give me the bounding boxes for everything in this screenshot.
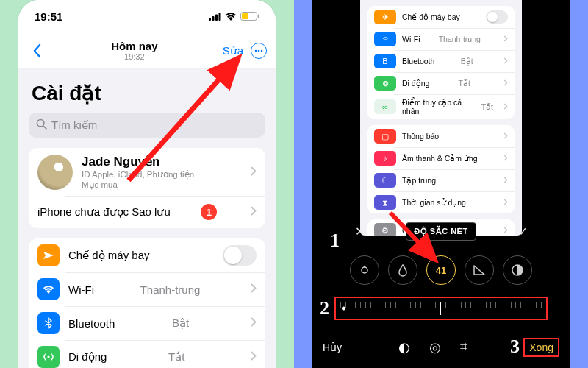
circle-half-icon[interactable] (503, 255, 532, 285)
done-highlight: Xong (523, 338, 559, 357)
toggle-icon (486, 10, 508, 24)
chevron-right-icon (251, 350, 257, 364)
airplane-icon (37, 244, 60, 266)
chevron-right-icon (251, 166, 257, 179)
cellular-row[interactable]: Di động Tắt (29, 340, 265, 368)
status-time: 19:51 (35, 10, 62, 23)
page-title: Cài đặt (29, 77, 265, 113)
profile-group: Jade Nguyễn ID Apple, iCloud, Phương tiệ… (29, 148, 265, 228)
bluetooth-icon: B (374, 54, 396, 68)
chevron-right-icon (503, 132, 508, 141)
right-panel: ✈ Chế độ máy bay ⌔ Wi-Fi Thanh-trung B B… (294, 0, 588, 368)
annotation-step-3: 3 (510, 336, 520, 358)
editor-bottom-bar: Hủy ◐ ◎ ⌗ Xong (312, 333, 570, 362)
svg-rect-1 (212, 16, 215, 21)
profile-name: Jade Nguyễn (82, 154, 194, 169)
airplane-toggle[interactable] (223, 245, 257, 266)
crop-tab-icon[interactable]: ⌗ (460, 339, 467, 355)
p-wifi-row: ⌔ Wi-Fi Thanh-trung (368, 28, 514, 50)
droplet-icon[interactable] (388, 255, 417, 285)
p-hotspot-row: ∞ Điểm truy cập cá nhân Tắt (368, 94, 514, 119)
phone-screenshot-editor: ✈ Chế độ máy bay ⌔ Wi-Fi Thanh-trung B B… (312, 0, 570, 368)
chevron-right-icon (251, 283, 257, 296)
sharpness-value-button[interactable]: 41 (426, 255, 456, 285)
wifi-icon (225, 10, 237, 23)
more-button[interactable] (251, 43, 267, 59)
cellular-label: Di động (68, 350, 107, 364)
p-focus-row: ☾ Tập trung (368, 169, 514, 191)
done-button[interactable]: Xong (529, 342, 553, 353)
exposure-dot-icon[interactable] (350, 255, 379, 285)
cancel-button[interactable]: Hủy (323, 342, 342, 353)
back-button[interactable] (27, 43, 46, 58)
status-bar: 19:51 (18, 0, 276, 32)
svg-rect-5 (242, 13, 248, 19)
cellular-icon: ⊚ (374, 76, 396, 91)
airplane-icon: ✈ (374, 10, 396, 24)
triangle-icon[interactable] (465, 255, 494, 285)
hourglass-icon: ⧗ (374, 195, 396, 210)
svg-point-16 (362, 267, 368, 273)
wifi-icon: ⌔ (374, 32, 396, 46)
badge-count: 1 (201, 204, 217, 220)
svg-point-7 (255, 49, 257, 52)
adjust-controls: 41 (312, 250, 570, 290)
confirm-preview-button[interactable]: ✓ (512, 224, 533, 238)
avatar (37, 155, 73, 190)
chevron-right-icon (503, 35, 508, 43)
wifi-row[interactable]: Wi-Fi Thanh-trung (29, 272, 265, 306)
nav-bar: Hôm nay 19:32 Sửa (18, 32, 276, 69)
p-cellular-row: ⊚ Di động Tắt (368, 72, 514, 94)
annotation-step-2: 2 (320, 297, 329, 319)
p-airplane-row: ✈ Chế độ máy bay (368, 6, 514, 28)
nav-subtitle: 19:32 (46, 52, 223, 62)
bluetooth-row[interactable]: Bluetooth Bật (29, 306, 265, 340)
search-placeholder: Tìm kiếm (51, 118, 97, 132)
bluetooth-icon (37, 312, 60, 334)
edit-preview: ✈ Chế độ máy bay ⌔ Wi-Fi Thanh-trung B B… (360, 0, 522, 236)
svg-point-17 (364, 266, 365, 267)
chevron-right-icon (503, 102, 508, 111)
adjust-slider-highlight (334, 297, 548, 320)
close-preview-button[interactable]: ✕ (349, 224, 370, 238)
p-sounds-row: ♪ Âm thanh & Cảm ứng (368, 147, 514, 169)
battery-icon (240, 10, 259, 23)
search-input[interactable]: Tìm kiếm (29, 113, 265, 138)
search-icon (36, 118, 47, 132)
svg-line-11 (43, 126, 46, 129)
wifi-value: Thanh-trung (140, 283, 201, 296)
apple-id-row[interactable]: Jade Nguyễn ID Apple, iCloud, Phương tiệ… (29, 148, 265, 196)
speaker-icon: ♪ (374, 151, 396, 166)
preview-toolbar: ✕ ĐỘ SẮC NÉT ✓ (349, 221, 533, 241)
chevron-right-icon (503, 154, 508, 163)
svg-rect-3 (219, 13, 221, 21)
filters-tab-icon[interactable]: ◎ (429, 339, 441, 355)
airplane-mode-row[interactable]: Chế độ máy bay (29, 238, 265, 272)
phone-screenshot-settings: 19:51 Hôm nay 19:32 Sửa (18, 0, 276, 368)
bluetooth-label: Bluetooth (68, 317, 115, 330)
moon-icon: ☾ (374, 173, 396, 188)
profile-sub: ID Apple, iCloud, Phương tiện Mục mua (82, 169, 194, 190)
chevron-right-icon (503, 57, 508, 66)
p-bluetooth-row: B Bluetooth Bật (368, 50, 514, 72)
p-screentime-row: ⧗ Thời gian sử dụng (368, 191, 514, 213)
adjust-slider[interactable] (340, 299, 542, 318)
annotation-step-1: 1 (330, 230, 340, 252)
svg-point-8 (258, 49, 260, 52)
chevron-right-icon (251, 205, 257, 219)
chevron-right-icon (251, 316, 257, 330)
signal-icon (209, 10, 221, 23)
status-indicators (209, 10, 259, 23)
backup-label: iPhone chưa được Sao lưu (37, 205, 171, 219)
chevron-right-icon (503, 79, 508, 88)
svg-rect-0 (209, 18, 211, 21)
bell-icon: ▢ (374, 129, 396, 144)
hotspot-icon: ∞ (374, 99, 396, 114)
adjust-tab-icon[interactable]: ◐ (398, 339, 410, 355)
chevron-right-icon (503, 176, 508, 185)
backup-warning-row[interactable]: iPhone chưa được Sao lưu 1 (29, 196, 265, 228)
wifi-label: Wi-Fi (68, 283, 94, 296)
edit-button[interactable]: Sửa (223, 44, 243, 57)
left-panel: 19:51 Hôm nay 19:32 Sửa (0, 0, 294, 368)
airplane-label: Chế độ máy bay (68, 249, 150, 262)
